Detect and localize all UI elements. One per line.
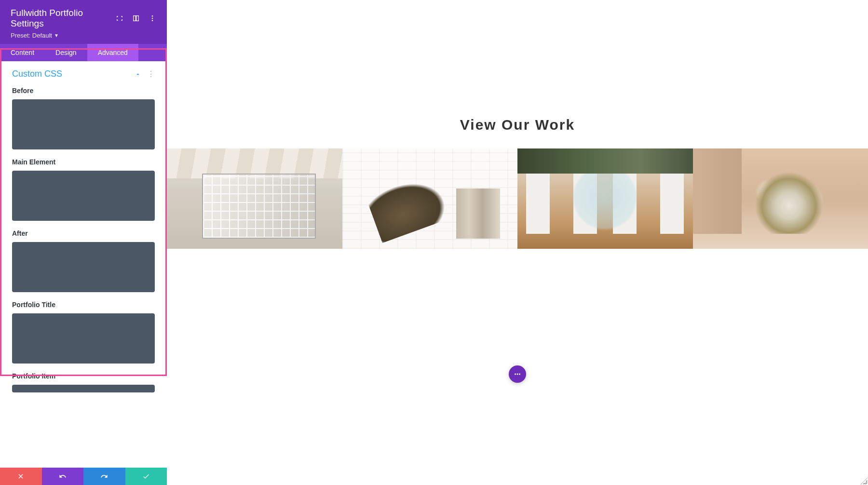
portfolio-gallery bbox=[167, 148, 868, 249]
field-before: Before bbox=[10, 84, 157, 155]
undo-button[interactable] bbox=[42, 468, 84, 485]
panel-title: Fullwidth Portfolio Settings bbox=[11, 8, 111, 29]
section-header[interactable]: Custom CSS ⋮ bbox=[10, 61, 157, 84]
expand-icon[interactable] bbox=[116, 14, 123, 22]
resize-handle-icon[interactable] bbox=[861, 478, 868, 485]
chevron-up-icon[interactable] bbox=[135, 71, 141, 78]
portfolio-item[interactable] bbox=[517, 148, 693, 249]
portfolio-item[interactable] bbox=[693, 148, 868, 249]
svg-point-4 bbox=[152, 20, 153, 21]
css-input-portfolio-title[interactable] bbox=[12, 313, 155, 364]
svg-point-7 bbox=[519, 374, 520, 375]
css-input-main-element[interactable] bbox=[12, 171, 155, 221]
tab-content[interactable]: Content bbox=[0, 44, 45, 61]
panel-header: Fullwidth Portfolio Settings Preset: Def… bbox=[0, 0, 167, 44]
svg-point-6 bbox=[517, 374, 518, 375]
save-button[interactable] bbox=[125, 468, 167, 485]
field-label: Main Element bbox=[12, 158, 155, 166]
css-input-after[interactable] bbox=[12, 242, 155, 292]
tabs: Content Design Advanced bbox=[0, 44, 167, 61]
responsive-icon[interactable] bbox=[132, 14, 140, 22]
preview-heading: View Our Work bbox=[460, 117, 575, 133]
field-label: Before bbox=[12, 87, 155, 94]
panel-content[interactable]: Custom CSS ⋮ Before Main Element After P… bbox=[0, 61, 167, 468]
svg-rect-0 bbox=[134, 16, 136, 21]
panel-footer bbox=[0, 468, 167, 485]
cancel-button[interactable] bbox=[0, 468, 42, 485]
more-icon[interactable] bbox=[149, 14, 156, 22]
svg-rect-1 bbox=[136, 16, 139, 21]
tab-advanced[interactable]: Advanced bbox=[87, 44, 138, 61]
portfolio-item[interactable] bbox=[167, 148, 342, 249]
field-label: Portfolio Item bbox=[12, 372, 155, 380]
redo-button[interactable] bbox=[83, 468, 125, 485]
field-main-element: Main Element bbox=[10, 155, 157, 227]
css-input-portfolio-item[interactable] bbox=[12, 385, 155, 392]
preset-label: Preset: Default bbox=[11, 32, 52, 39]
tab-design[interactable]: Design bbox=[45, 44, 87, 61]
page-preview: View Our Work bbox=[167, 0, 868, 485]
section-title: Custom CSS bbox=[12, 69, 135, 79]
settings-panel: Fullwidth Portfolio Settings Preset: Def… bbox=[0, 0, 167, 485]
svg-point-3 bbox=[152, 18, 153, 19]
field-after: After bbox=[10, 227, 157, 298]
svg-point-5 bbox=[515, 374, 516, 375]
field-portfolio-title: Portfolio Title bbox=[10, 298, 157, 369]
field-label: Portfolio Title bbox=[12, 301, 155, 309]
chevron-down-icon: ▼ bbox=[54, 33, 59, 38]
css-input-before[interactable] bbox=[12, 99, 155, 149]
portfolio-item[interactable] bbox=[342, 148, 518, 249]
field-portfolio-item: Portfolio Item bbox=[10, 369, 157, 398]
preset-selector[interactable]: Preset: Default ▼ bbox=[11, 32, 156, 39]
svg-point-2 bbox=[152, 15, 153, 17]
floating-action-button[interactable] bbox=[509, 365, 526, 383]
field-label: After bbox=[12, 229, 155, 237]
section-more-icon[interactable]: ⋮ bbox=[147, 70, 155, 78]
